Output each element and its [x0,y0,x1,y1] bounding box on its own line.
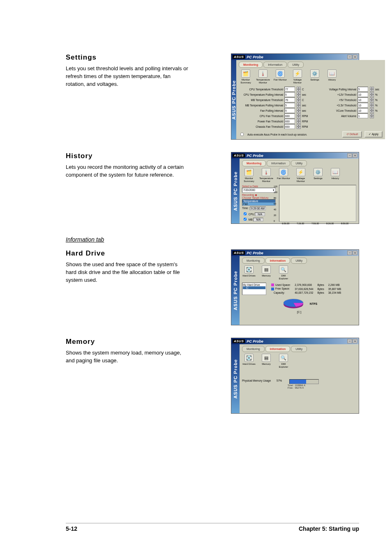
icon-settings[interactable]: ⚙️Settings [308,69,322,84]
setting-input[interactable] [357,103,368,108]
memory-usage-label: Physical Memory Usage [242,379,271,382]
section-history: History Lets you record the monitoring a… [66,152,359,224]
setting-input[interactable] [357,87,368,92]
tab-information[interactable]: Information [267,160,290,166]
stepper[interactable]: ▲▼ [370,92,374,97]
date-dropdown[interactable]: 7/20/2000▾ [242,188,276,193]
tab-information[interactable]: Information [263,62,287,68]
stepper[interactable]: ▲▼ [297,87,301,92]
setting-input[interactable] [284,108,295,113]
tab-monitoring[interactable]: Monitoring [239,62,263,68]
minimize-button[interactable]: − [347,55,352,59]
setting-input[interactable] [284,113,295,118]
app-sidebar: ASUS PC Probe [231,60,236,139]
window-title: PC Probe [247,55,347,59]
close-button[interactable]: × [353,339,357,343]
setting-input[interactable] [284,87,295,92]
setting-input[interactable] [284,97,295,102]
stepper[interactable]: ▲▼ [297,92,301,97]
memory-usage-pct: 57% [277,379,282,382]
stepper[interactable]: ▲▼ [297,103,301,108]
tab-information[interactable]: Information [265,346,291,352]
setting-input[interactable] [284,119,295,124]
tab-monitoring[interactable]: Monitoring [242,160,266,166]
stepper[interactable]: ▲▼ [297,124,301,129]
screenshot-settings: ASUS PC Probe − × ASUS PC Probe Monitori… [231,53,359,140]
icon-monitor-summary[interactable]: 🗂️Monitor Summary [239,69,253,84]
setting-row: Voltage Polling Interval ▲▼ sec [312,87,383,92]
tab-monitoring[interactable]: Monitoring [242,346,265,352]
setting-input[interactable] [357,92,368,97]
recording-label: Recording ⏺ [242,193,276,196]
free-legend-icon [271,288,274,290]
default-button[interactable]: ↺ Default [342,131,362,138]
body-history: Lets you record the monitoring activity … [66,164,189,179]
setting-row: Power Fan Threshold ▲▼ RPM [239,119,309,124]
page-footer: 5-12 Chapter 5: Starting up [66,525,359,532]
setting-input[interactable] [284,92,295,97]
stepper[interactable]: ▲▼ [370,113,374,118]
stepper[interactable]: ▲▼ [297,108,301,113]
icon-dmi-explorer[interactable]: 🔍DMI Explorer [277,354,291,368]
choose-target-label: Choose Target History [242,196,276,199]
tab-information[interactable]: Information [265,258,291,264]
icon-memory[interactable]: ▤Memory [259,354,273,368]
mb-checkbox[interactable] [244,218,247,221]
setting-input[interactable] [284,124,295,129]
setting-input[interactable] [357,97,368,102]
record-icon: ⏺ [255,193,258,196]
stepper[interactable]: ▲▼ [297,97,301,102]
minimize-button[interactable]: − [347,153,352,158]
icon-voltage-monitor[interactable]: ⚡Voltage Monitor [294,168,308,182]
section-settings: Settings Lets you set threshold levels a… [66,53,359,140]
stepper[interactable]: ▲▼ [370,108,374,113]
setting-row: +5V Threshold ▲▼ % [312,97,383,102]
icon-memory[interactable]: ▤Memory [259,265,273,280]
section-memory: Memory Shows the system memory load, mem… [66,338,359,414]
cpu-checkbox[interactable] [244,212,247,215]
auto-exec-checkbox[interactable] [240,133,244,136]
target-list[interactable]: Temperature Fan [242,199,276,206]
setting-row: VCore Threshold ▲▼ % [312,108,383,113]
heading-history: History [66,152,189,160]
stepper[interactable]: ▲▼ [297,119,301,124]
setting-input[interactable] [357,108,368,113]
drive-list[interactable]: My Hard Drive C: [242,283,266,295]
icon-dmi-explorer[interactable]: 🔍DMI Explorer [277,265,291,280]
memory-free: Free : 96276 K [288,387,319,389]
icon-fan-monitor[interactable]: 🌀Fan Monitor [277,168,291,182]
close-button[interactable]: × [353,153,357,158]
stepper[interactable]: ▲▼ [370,97,374,102]
pie-caption: [C:] [297,311,301,313]
icon-hard-drives[interactable]: 💽Hard Drives [242,354,256,368]
stepper[interactable]: ▲▼ [297,113,301,118]
icon-voltage-monitor[interactable]: ⚡Voltage Monitor [291,69,304,84]
heading-memory: Memory [66,338,189,346]
apply-button[interactable]: ✓ Apply [364,131,383,138]
tab-monitoring[interactable]: Monitoring [242,258,265,264]
icon-monitor-summary[interactable]: 🗂️Monitor Summary [242,168,256,182]
icon-hard-drives[interactable]: 💽Hard Drives [242,265,256,280]
brand-badge: ASUS [233,55,245,59]
main-tabs: Monitoring Information Utility [239,62,383,68]
minimize-button[interactable]: − [347,339,352,343]
tab-utility[interactable]: Utility [291,258,307,264]
icon-history[interactable]: 📖History [325,69,339,84]
tab-utility[interactable]: Utility [291,160,307,166]
setting-input[interactable] [357,113,368,118]
minimize-button[interactable]: − [347,251,352,255]
monitoring-icon-row: 🗂️Monitor Summary 🌡️Temperature Monitor … [239,69,383,84]
icon-fan-monitor[interactable]: 🌀Fan Monitor [273,69,287,84]
setting-input[interactable] [284,103,295,108]
filesystem-label: NTFS [310,302,317,305]
tab-utility[interactable]: Utility [291,346,307,352]
stepper[interactable]: ▲▼ [370,103,374,108]
tab-utility[interactable]: Utility [288,62,304,68]
icon-temp-monitor[interactable]: 🌡️Temperature Monitor [259,168,273,182]
icon-history[interactable]: 📖History [328,168,342,182]
icon-temp-monitor[interactable]: 🌡️Temperature Monitor [256,69,270,84]
close-button[interactable]: × [353,251,357,255]
icon-settings[interactable]: ⚙️Settings [311,168,325,182]
stepper[interactable]: ▲▼ [370,87,374,92]
close-button[interactable]: × [353,55,357,59]
